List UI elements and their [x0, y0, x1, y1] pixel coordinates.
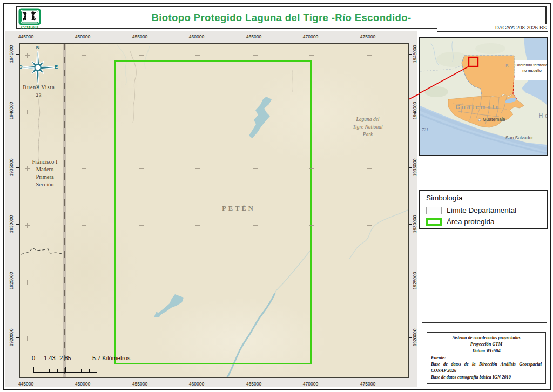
grid-cross	[195, 166, 200, 171]
tick-mark	[409, 281, 412, 281]
scale-bar-tick	[33, 367, 34, 373]
compass-west-label: O	[19, 64, 23, 70]
grid-cross	[309, 53, 314, 58]
tick-mark	[409, 224, 412, 225]
grid-cross	[309, 223, 314, 228]
x-tick-label: 460000	[189, 381, 204, 387]
territorial-dispute-note: Diferendo territorial no resuelto	[515, 60, 548, 80]
grid-cross	[25, 110, 30, 114]
grid-cross	[195, 280, 200, 285]
grid-cross	[139, 223, 144, 228]
grid-cross	[82, 280, 86, 285]
grid-cross	[367, 166, 372, 171]
tick-mark	[409, 111, 412, 111]
label-line: Laguna del	[340, 116, 395, 123]
inset-overview-map: B Gu Hond Diferendo territorial no resue…	[419, 37, 548, 156]
label-line: Sección	[20, 181, 70, 188]
grid-cross	[25, 223, 30, 228]
tick-mark	[26, 378, 26, 381]
place-label-buena-vista-number: 23	[20, 92, 58, 98]
x-tick-label: 470000	[303, 381, 318, 387]
inset-honduras-fragment: Ho	[539, 113, 548, 119]
y-tick-label: 1935000	[412, 158, 417, 176]
grid-cross	[367, 110, 372, 114]
y-tick-label: 1935000	[9, 158, 14, 176]
tick-mark	[83, 378, 83, 381]
y-tick-label: 1940000	[412, 102, 417, 119]
legend-swatch-protected-area	[426, 218, 442, 226]
grid-cross	[25, 53, 30, 58]
crs-datum: Datum WGS84	[431, 348, 542, 354]
x-tick-label: 470000	[303, 34, 318, 39]
legend-title: Simbología	[426, 194, 463, 202]
grid-cross	[139, 110, 144, 114]
grid-cross	[25, 336, 30, 341]
grid-cross	[253, 53, 258, 58]
grid-cross	[82, 166, 86, 171]
grid-cross	[253, 166, 258, 171]
scale-label-3: 5.7 Kilómetros	[92, 355, 130, 361]
x-tick-label: 465000	[246, 34, 261, 39]
y-tick-label: 1945000	[9, 45, 14, 63]
inset-city-label: Guatemala	[483, 117, 523, 122]
source-line: Base de datos cartografía básica IGN 201…	[431, 374, 542, 381]
grid-cross	[139, 280, 144, 285]
x-tick-label: 455000	[132, 381, 147, 387]
scale-bar-tick	[65, 367, 66, 373]
x-tick-label: 445000	[18, 34, 33, 39]
grid-cross	[309, 110, 314, 114]
grid-cross	[82, 110, 86, 114]
grid-cross	[25, 166, 30, 171]
y-tick-label: 1930000	[412, 215, 417, 233]
grid-cross	[309, 280, 314, 285]
scale-bar-tick	[57, 369, 58, 373]
tick-mark	[409, 167, 412, 168]
label-line: Francisco I	[20, 158, 70, 166]
tick-mark	[311, 378, 311, 381]
crs-title: Sistema de coordenadas proyectadas	[431, 335, 542, 341]
place-label-francisco-madero: Francisco I Madero Primera Sección	[20, 158, 70, 188]
grid-cross	[367, 336, 372, 341]
label-line: Tigre National	[340, 123, 395, 131]
y-tick-label: 1940000	[9, 102, 14, 119]
inset-san-salvador-label: San Salvador	[505, 135, 548, 140]
credits-outer-box: Sistema de coordenadas proyectadas Proye…	[422, 322, 547, 384]
y-tick-label: 1925000	[412, 272, 417, 289]
conap-logo-label: CONAP	[17, 25, 43, 30]
place-label-buena-vista: Buena Vista	[20, 84, 58, 90]
scale-label-1: 1.43	[42, 355, 58, 361]
legend-label: Área protegida	[447, 218, 495, 226]
crs-projection: Proyección GTM	[431, 341, 542, 348]
x-tick-label: 450000	[75, 381, 90, 387]
grid-cross	[82, 336, 86, 341]
document-code: DAGeos-208-2026-BS	[437, 24, 548, 32]
grid-cross	[309, 166, 314, 171]
grid-cross	[139, 336, 144, 341]
y-tick-label: 1945000	[412, 45, 417, 63]
grid-cross	[367, 223, 372, 228]
inset-depth-label: 721	[422, 127, 428, 132]
tick-mark	[197, 378, 197, 381]
scale-bar-tick	[49, 369, 50, 373]
grid-cross	[367, 53, 372, 58]
x-tick-label: 475000	[360, 34, 375, 39]
scale-label-2: 2.85	[57, 355, 73, 361]
grid-cross	[253, 336, 258, 341]
scale-bar-tick	[42, 369, 42, 373]
scale-bar-tick	[81, 369, 82, 373]
grid-cross	[195, 110, 200, 114]
source-heading: Fuente:	[431, 355, 542, 361]
tick-mark	[140, 378, 140, 381]
conap-logo-icon	[18, 8, 41, 25]
city-dot	[478, 119, 481, 121]
grid-cross	[195, 336, 200, 341]
department-label-peten: PETÉN	[206, 205, 271, 213]
x-tick-label: 465000	[246, 381, 261, 387]
label-line: Primera	[20, 173, 70, 181]
x-tick-label: 460000	[189, 34, 204, 39]
grid-cross	[195, 53, 200, 58]
legend-label: Límite Departamental	[447, 206, 516, 214]
legend-swatch-departmental-limit	[426, 207, 442, 214]
y-tick-label: 1930000	[9, 215, 14, 233]
grid-cross	[253, 223, 258, 228]
